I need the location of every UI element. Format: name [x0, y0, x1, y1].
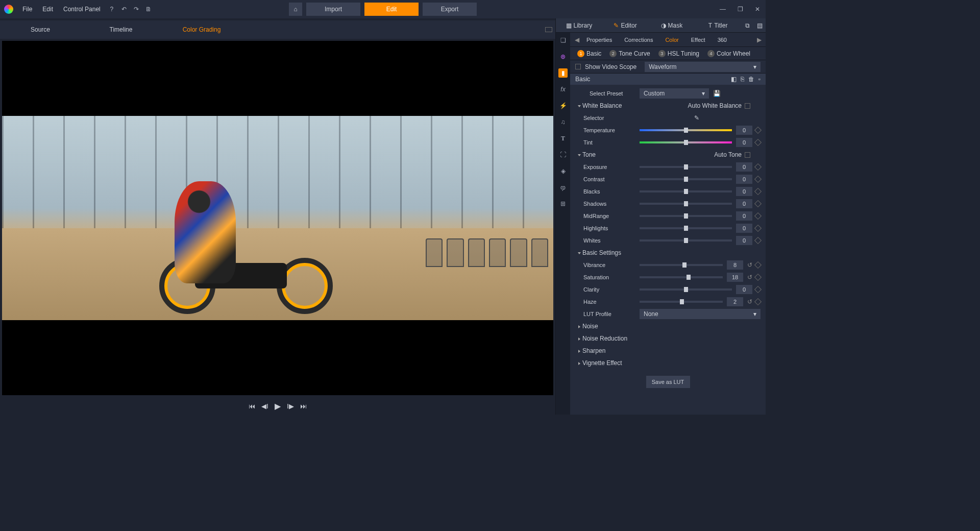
menu-edit[interactable]: Edit: [38, 4, 57, 15]
midrange-value[interactable]: 0: [736, 211, 752, 221]
keyframe-icon[interactable]: [754, 139, 762, 146]
tint-slider[interactable]: [640, 141, 732, 143]
whites-value[interactable]: 0: [736, 236, 752, 245]
save-preset-icon[interactable]: 💾: [713, 90, 721, 97]
temperature-value[interactable]: 0: [736, 126, 752, 135]
restore-icon[interactable]: ❐: [735, 4, 745, 14]
strip-speed-icon[interactable]: ⚡: [558, 101, 568, 110]
panel-toggle-icon[interactable]: [545, 27, 552, 32]
preset-dropdown[interactable]: Custom▾: [640, 88, 709, 99]
subtab-corrections[interactable]: Corrections: [618, 37, 659, 43]
tab-library[interactable]: ▦Library: [556, 18, 602, 32]
vibrance-slider[interactable]: [640, 264, 723, 266]
keyframe-icon[interactable]: [754, 127, 762, 134]
auto-wb-checkbox[interactable]: [745, 103, 750, 109]
minimize-icon[interactable]: —: [718, 4, 728, 14]
reset-icon[interactable]: ↺: [746, 274, 753, 281]
tab-colorgrading[interactable]: Color Grading: [161, 26, 242, 33]
close-icon[interactable]: ✕: [752, 4, 763, 14]
section-noisereduction[interactable]: Noise Reduction: [575, 335, 640, 342]
subtab-color[interactable]: Color: [659, 37, 684, 43]
scroll-left-icon[interactable]: ◀: [573, 36, 580, 43]
skip-end-icon[interactable]: ⏭: [300, 402, 307, 410]
more-icon[interactable]: ▫: [758, 76, 761, 83]
temperature-slider[interactable]: [640, 129, 732, 131]
colortab-basic[interactable]: 1Basic: [574, 50, 604, 57]
eyedropper-icon[interactable]: ✎: [694, 114, 699, 122]
step-fwd-icon[interactable]: Ⅰ▶: [287, 402, 294, 410]
section-tone[interactable]: Tone: [575, 151, 640, 158]
contrast-slider[interactable]: [640, 178, 732, 180]
contrast-value[interactable]: 0: [736, 175, 752, 184]
doc-icon[interactable]: 🗎: [143, 4, 154, 14]
strip-audio-icon[interactable]: ♫: [558, 117, 568, 127]
tint-value[interactable]: 0: [736, 138, 752, 147]
redo-icon[interactable]: ↷: [131, 4, 141, 14]
keyframe-icon[interactable]: [754, 212, 762, 220]
highlights-slider[interactable]: [640, 227, 732, 229]
blacks-slider[interactable]: [640, 190, 732, 192]
strip-adjust-icon[interactable]: ⊛: [558, 52, 568, 61]
exposure-slider[interactable]: [640, 166, 732, 168]
export-button[interactable]: Export: [423, 3, 477, 16]
tab-source[interactable]: Source: [0, 26, 81, 33]
strip-grid-icon[interactable]: ⊞: [558, 199, 568, 208]
menu-file[interactable]: File: [18, 4, 36, 15]
reset-icon[interactable]: ↺: [746, 261, 753, 269]
strip-layers-icon[interactable]: ◈: [558, 166, 568, 176]
midrange-slider[interactable]: [640, 215, 732, 217]
saturation-value[interactable]: 18: [727, 273, 743, 282]
lut-dropdown[interactable]: None▾: [640, 309, 761, 319]
popout-icon[interactable]: ⧉: [741, 22, 753, 29]
haze-value[interactable]: 2: [727, 297, 743, 306]
tab-editor[interactable]: ✎Editor: [602, 18, 649, 32]
section-basicsettings[interactable]: Basic Settings: [575, 249, 640, 256]
tab-mask[interactable]: ◑Mask: [649, 18, 695, 32]
subtab-effect[interactable]: Effect: [685, 37, 712, 43]
section-whitebalance[interactable]: White Balance: [575, 102, 640, 109]
reset-icon[interactable]: ↺: [746, 298, 753, 305]
compare-icon[interactable]: ◧: [731, 76, 737, 83]
clarity-value[interactable]: 0: [736, 285, 752, 294]
keyframe-icon[interactable]: [754, 286, 762, 293]
save-as-lut-button[interactable]: Save as LUT: [646, 376, 690, 388]
haze-slider[interactable]: [640, 301, 723, 303]
highlights-value[interactable]: 0: [736, 224, 752, 233]
keyframe-icon[interactable]: [754, 188, 762, 195]
colortab-colorwheel[interactable]: 4Color Wheel: [704, 50, 753, 57]
play-icon[interactable]: ▶: [275, 401, 281, 411]
strip-share-icon[interactable]: ჶ: [558, 183, 568, 192]
keyframe-icon[interactable]: [754, 225, 762, 232]
keyframe-icon[interactable]: [754, 176, 762, 183]
strip-text-icon[interactable]: T: [558, 134, 568, 143]
menu-controlpanel[interactable]: Control Panel: [59, 4, 105, 15]
shadows-value[interactable]: 0: [736, 199, 752, 208]
whites-slider[interactable]: [640, 239, 732, 242]
blacks-value[interactable]: 0: [736, 187, 752, 196]
strip-fx-icon[interactable]: fx: [558, 85, 568, 94]
keyframe-icon[interactable]: [754, 261, 762, 269]
strip-media-icon[interactable]: ❏: [558, 36, 568, 45]
edit-button[interactable]: Edit: [364, 3, 419, 16]
saturation-slider[interactable]: [640, 276, 723, 278]
subtab-properties[interactable]: Properties: [580, 37, 618, 43]
colortab-hsl[interactable]: 3HSL Tuning: [655, 50, 702, 57]
section-noise[interactable]: Noise: [575, 323, 640, 330]
shadows-slider[interactable]: [640, 203, 732, 205]
exposure-value[interactable]: 0: [736, 162, 752, 172]
subtab-360[interactable]: 360: [712, 37, 733, 43]
video-preview[interactable]: [2, 41, 553, 395]
keyframe-icon[interactable]: [754, 274, 762, 281]
strip-color-icon[interactable]: ▮: [558, 68, 568, 78]
home-button[interactable]: ⌂: [289, 3, 302, 16]
keyframe-icon[interactable]: [754, 163, 762, 171]
skip-start-icon[interactable]: ⏮: [249, 402, 255, 410]
undo-icon[interactable]: ↶: [119, 4, 129, 14]
tab-titler[interactable]: TTitler: [695, 18, 741, 32]
step-back-icon[interactable]: ◀Ⅰ: [261, 402, 268, 410]
panelmenu-icon[interactable]: ▤: [753, 22, 766, 29]
colortab-tonecurve[interactable]: 2Tone Curve: [606, 50, 653, 57]
keyframe-icon[interactable]: [754, 200, 762, 207]
keyframe-icon[interactable]: [754, 237, 762, 244]
section-sharpen[interactable]: Sharpen: [575, 347, 640, 354]
